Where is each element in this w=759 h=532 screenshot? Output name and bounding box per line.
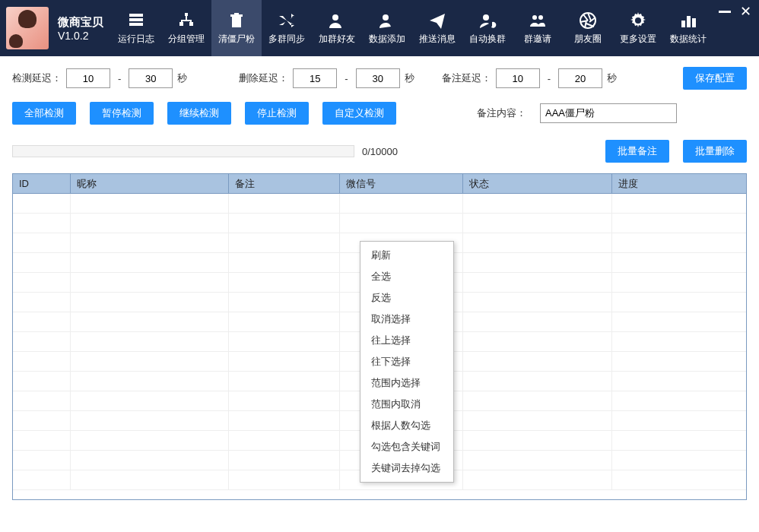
remark-unit: 秒 — [607, 71, 617, 85]
toolbar-group[interactable]: 分组管理 — [161, 0, 211, 56]
user-refresh-icon — [478, 11, 497, 30]
ctx-by-count[interactable]: 根据人数勾选 — [360, 415, 453, 436]
app-version: V1.0.2 — [58, 30, 103, 42]
ctx-keyword-uncheck[interactable]: 关键词去掉勾选 — [360, 458, 453, 479]
detect-delay-label: 检测延迟： — [12, 71, 62, 85]
ctx-select-down[interactable]: 往下选择 — [360, 351, 453, 372]
toolbar-invite[interactable]: 群邀请 — [513, 0, 563, 56]
th-nick[interactable]: 昵称 — [71, 174, 229, 193]
svg-point-6 — [532, 15, 537, 20]
ctx-range-select[interactable]: 范围内选择 — [360, 372, 453, 394]
progress-text: 0/10000 — [362, 146, 398, 157]
app-name: 微商宝贝 — [58, 15, 103, 30]
titlebar: 微商宝贝 V1.0.2 运行日志 分组管理 清僵尸粉 多群同步 加群好友 数据添… — [0, 0, 759, 56]
ctx-select-up[interactable]: 往上选择 — [360, 330, 453, 351]
svg-point-5 — [483, 14, 489, 21]
progress-row: 0/10000 批量备注 批量删除 — [12, 140, 747, 163]
window-controls: ✕ — [719, 5, 751, 18]
action-row: 全部检测 暂停检测 继续检测 停止检测 自定义检测 备注内容： — [12, 102, 747, 125]
table-row[interactable] — [13, 214, 746, 233]
toolbar-push[interactable]: 推送消息 — [412, 0, 462, 56]
table-header: ID 昵称 备注 微信号 状态 进度 — [13, 174, 746, 194]
ctx-range-deselect[interactable]: 范围内取消 — [360, 394, 453, 415]
svg-point-4 — [383, 14, 389, 21]
save-config-button[interactable]: 保存配置 — [683, 67, 747, 90]
trash-icon — [227, 11, 246, 30]
delete-unit: 秒 — [405, 71, 414, 85]
context-menu: 刷新 全选 反选 取消选择 往上选择 往下选择 范围内选择 范围内取消 根据人数… — [360, 241, 454, 483]
svg-rect-0 — [185, 13, 188, 16]
th-status[interactable]: 状态 — [463, 174, 612, 193]
svg-point-7 — [538, 15, 543, 20]
toolbar-autoswap[interactable]: 自动换群 — [462, 0, 513, 56]
app-title-block: 微商宝贝 V1.0.2 — [58, 15, 103, 42]
remark-content-input[interactable] — [540, 103, 677, 123]
shuffle-icon — [278, 11, 296, 30]
ctx-keyword-check[interactable]: 勾选包含关键词 — [360, 436, 453, 458]
resume-button[interactable]: 继续检测 — [167, 102, 231, 125]
user-add-icon — [378, 11, 396, 30]
svg-rect-11 — [681, 21, 685, 27]
ctx-refresh[interactable]: 刷新 — [360, 245, 453, 266]
batch-delete-button[interactable]: 批量删除 — [683, 140, 747, 163]
send-icon — [428, 11, 446, 30]
ctx-invert[interactable]: 反选 — [360, 287, 453, 309]
svg-rect-12 — [687, 16, 691, 27]
th-progress[interactable]: 进度 — [612, 174, 746, 193]
dash: - — [548, 73, 551, 84]
ctx-select-all[interactable]: 全选 — [360, 266, 453, 287]
chart-icon — [679, 11, 697, 30]
users-icon — [529, 11, 547, 30]
table: ID 昵称 备注 微信号 状态 进度 刷新 全选 — [12, 173, 747, 500]
remark-content-label: 备注内容： — [477, 106, 526, 120]
pause-button[interactable]: 暂停检测 — [90, 102, 154, 125]
detect-max-input[interactable] — [129, 68, 173, 88]
th-id[interactable]: ID — [13, 174, 71, 193]
toolbar-moments[interactable]: 朋友圈 — [563, 0, 613, 56]
log-icon — [127, 11, 145, 30]
svg-point-10 — [635, 17, 641, 24]
close-button[interactable]: ✕ — [740, 5, 751, 18]
remark-max-input[interactable] — [558, 68, 602, 88]
progress-bar — [12, 145, 354, 157]
gear-icon — [629, 11, 647, 30]
svg-rect-13 — [692, 18, 696, 27]
content: 检测延迟： - 秒 删除延迟： - 秒 备注延迟： - 秒 保存配置 全部检测 … — [0, 56, 759, 508]
minimize-button[interactable] — [719, 11, 731, 13]
detect-min-input[interactable] — [66, 68, 110, 88]
custom-detect-button[interactable]: 自定义检测 — [322, 102, 396, 125]
avatar — [6, 7, 49, 49]
config-row: 检测延迟： - 秒 删除延迟： - 秒 备注延迟： - 秒 保存配置 — [12, 67, 747, 90]
delete-max-input[interactable] — [356, 68, 400, 88]
delete-min-input[interactable] — [293, 68, 337, 88]
delete-delay-label: 删除延迟： — [239, 71, 288, 85]
th-wxid[interactable]: 微信号 — [340, 174, 463, 193]
dash: - — [345, 73, 348, 84]
toolbar-stats[interactable]: 数据统计 — [663, 0, 713, 56]
toolbar-settings[interactable]: 更多设置 — [613, 0, 663, 56]
svg-point-3 — [332, 14, 338, 21]
toolbar-clean[interactable]: 清僵尸粉 — [211, 0, 262, 56]
stop-button[interactable]: 停止检测 — [245, 102, 309, 125]
detect-unit: 秒 — [177, 71, 187, 85]
toolbar: 运行日志 分组管理 清僵尸粉 多群同步 加群好友 数据添加 推送消息 自动换群 — [111, 0, 713, 56]
remark-delay-label: 备注延迟： — [442, 71, 491, 85]
toolbar-addfriend[interactable]: 加群好友 — [312, 0, 362, 56]
table-body[interactable]: 刷新 全选 反选 取消选择 往上选择 往下选择 范围内选择 范围内取消 根据人数… — [13, 194, 746, 499]
toolbar-log[interactable]: 运行日志 — [111, 0, 161, 56]
ctx-deselect[interactable]: 取消选择 — [360, 309, 453, 330]
detect-all-button[interactable]: 全部检测 — [12, 102, 76, 125]
toolbar-sync[interactable]: 多群同步 — [262, 0, 312, 56]
user-plus-icon — [328, 11, 346, 30]
remark-min-input[interactable] — [496, 68, 540, 88]
th-remark[interactable]: 备注 — [229, 174, 340, 193]
batch-remark-button[interactable]: 批量备注 — [605, 140, 669, 163]
table-row[interactable] — [13, 194, 746, 214]
toolbar-dataadd[interactable]: 数据添加 — [362, 0, 412, 56]
dash: - — [118, 73, 121, 84]
aperture-icon — [579, 11, 597, 30]
group-icon — [177, 11, 195, 30]
